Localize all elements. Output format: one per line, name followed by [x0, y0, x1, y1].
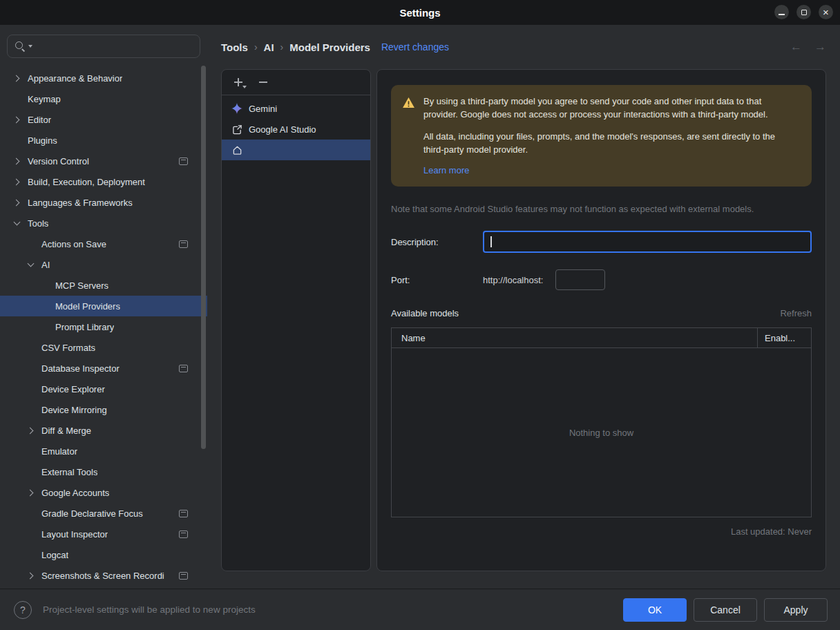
- sidebar-item-label: External Tools: [37, 467, 97, 477]
- close-icon: ×: [823, 7, 829, 17]
- breadcrumb-ai[interactable]: AI: [264, 41, 274, 53]
- sidebar-item-database-inspector[interactable]: Database Inspector: [0, 358, 207, 379]
- search-box[interactable]: [7, 35, 200, 58]
- ok-button[interactable]: OK: [623, 598, 687, 622]
- dialog-buttons: OK Cancel Apply: [623, 598, 828, 622]
- description-input[interactable]: [483, 231, 812, 253]
- sidebar-item-appearance-behavior[interactable]: Appearance & Behavior: [0, 68, 207, 88]
- sidebar-item-external-tools[interactable]: External Tools: [0, 461, 207, 482]
- sidebar-item-label: Keymap: [23, 94, 61, 104]
- text-caret: [490, 236, 492, 247]
- sidebar-item-tools[interactable]: Tools: [0, 213, 207, 233]
- empty-table-text: Nothing to show: [569, 428, 633, 438]
- provider-detail-panel: By using a third-party model you agree t…: [376, 69, 826, 571]
- sidebar-item-mcp-servers[interactable]: MCP Servers: [0, 275, 207, 296]
- sidebar-item-diff-merge[interactable]: Diff & Merge: [0, 420, 207, 441]
- sidebar-item-device-explorer[interactable]: Device Explorer: [0, 379, 207, 399]
- port-label: Port:: [391, 275, 483, 285]
- cancel-button[interactable]: Cancel: [694, 598, 757, 622]
- warning-paragraph-1: By using a third-party model you agree t…: [423, 95, 798, 122]
- sidebar-item-model-providers[interactable]: Model Providers: [0, 296, 207, 316]
- back-button[interactable]: ←: [790, 40, 802, 54]
- chevron-right-icon: [12, 75, 19, 82]
- sidebar-item-label: AI: [37, 260, 50, 270]
- chevron-down-icon: [13, 219, 20, 226]
- sidebar-item-layout-inspector[interactable]: Layout Inspector: [0, 524, 207, 544]
- help-button[interactable]: ?: [14, 601, 32, 619]
- available-models-row: Available models Refresh: [391, 308, 812, 318]
- sidebar-item-gradle-declarative-focus[interactable]: Gradle Declarative Focus: [0, 503, 207, 524]
- add-provider-button[interactable]: [233, 77, 244, 88]
- models-table-header: Name Enabl...: [392, 328, 811, 348]
- sidebar-item-logcat[interactable]: Logcat: [0, 544, 207, 565]
- settings-badge-icon: [179, 510, 188, 517]
- breadcrumb-separator: ›: [254, 41, 258, 52]
- sidebar-item-label: Version Control: [23, 156, 89, 166]
- search-input[interactable]: [32, 41, 200, 52]
- sidebar-item-prompt-library[interactable]: Prompt Library: [0, 316, 207, 337]
- external-models-note: Note that some Android Studio features m…: [391, 204, 812, 214]
- column-header-enabled[interactable]: Enabl...: [757, 328, 811, 347]
- breadcrumb: Tools › AI › Model Providers Revert chan…: [207, 25, 840, 69]
- minimize-button[interactable]: [774, 5, 789, 19]
- sidebar-item-plugins[interactable]: Plugins: [0, 130, 207, 151]
- settings-badge-icon: [179, 240, 188, 248]
- providers-panel: Gemini Google AI Studio: [221, 69, 371, 571]
- revert-changes-link[interactable]: Revert changes: [381, 41, 449, 52]
- refresh-link[interactable]: Refresh: [780, 308, 812, 318]
- sidebar-item-actions-on-save[interactable]: Actions on Save: [0, 233, 207, 254]
- sidebar-item-label: Appearance & Behavior: [23, 73, 122, 84]
- port-input[interactable]: [555, 269, 605, 290]
- chevron-right-icon: [12, 158, 19, 164]
- search-icon: [15, 41, 26, 52]
- learn-more-link[interactable]: Learn more: [423, 165, 469, 175]
- titlebar: Settings ×: [0, 0, 840, 25]
- localhost-prefix: http://localhost:: [483, 275, 543, 285]
- sidebar-item-label: Actions on Save: [37, 239, 106, 249]
- sidebar-item-screenshots-screen-recording[interactable]: Screenshots & Screen Recordi: [0, 565, 207, 586]
- providers-toolbar: [222, 70, 370, 95]
- chevron-right-icon: [12, 199, 19, 206]
- models-table: Name Enabl... Nothing to show: [391, 327, 812, 517]
- description-label: Description:: [391, 237, 483, 247]
- sidebar-item-keymap[interactable]: Keymap: [0, 88, 207, 109]
- sidebar-item-label: Screenshots & Screen Recordi: [37, 571, 164, 581]
- sidebar-item-languages-frameworks[interactable]: Languages & Frameworks: [0, 192, 207, 213]
- remove-provider-button[interactable]: [258, 77, 269, 88]
- sidebar-item-build-execution-deployment[interactable]: Build, Execution, Deployment: [0, 171, 207, 192]
- breadcrumb-model-providers[interactable]: Model Providers: [289, 41, 370, 53]
- sidebar-scrollbar[interactable]: [201, 66, 206, 449]
- column-header-name[interactable]: Name: [392, 333, 757, 343]
- forward-button[interactable]: →: [814, 40, 826, 54]
- maximize-button[interactable]: [796, 5, 811, 19]
- sidebar-item-label: Editor: [23, 115, 51, 125]
- close-button[interactable]: ×: [819, 5, 833, 19]
- apply-button[interactable]: Apply: [764, 598, 828, 622]
- breadcrumb-tools[interactable]: Tools: [221, 41, 248, 53]
- dialog-body: Appearance & Behavior Keymap Editor Plug…: [0, 25, 840, 589]
- sidebar-item-label: Logcat: [37, 550, 68, 560]
- sidebar-item-device-mirroring[interactable]: Device Mirroring: [0, 399, 207, 420]
- provider-item-new[interactable]: [222, 140, 370, 160]
- home-icon: [231, 144, 242, 155]
- sidebar-item-editor[interactable]: Editor: [0, 109, 207, 130]
- chevron-right-icon: [12, 178, 19, 185]
- sidebar-item-version-control[interactable]: Version Control: [0, 151, 207, 171]
- history-nav: ← →: [790, 40, 826, 54]
- sidebar-item-label: Plugins: [23, 135, 57, 146]
- sidebar-item-google-accounts[interactable]: Google Accounts: [0, 482, 207, 503]
- warning-icon: [402, 97, 415, 175]
- sidebar-item-label: Emulator: [37, 446, 77, 457]
- maximize-icon: [801, 10, 807, 15]
- sidebar-item-label: Gradle Declarative Focus: [37, 508, 143, 519]
- gemini-icon: [231, 103, 242, 114]
- window-controls: ×: [774, 5, 833, 19]
- warning-paragraph-2: All data, including your files, prompts,…: [423, 131, 798, 157]
- breadcrumb-separator: ›: [280, 41, 284, 52]
- sidebar-item-emulator[interactable]: Emulator: [0, 441, 207, 461]
- provider-item-google-ai-studio[interactable]: Google AI Studio: [222, 119, 370, 140]
- provider-item-gemini[interactable]: Gemini: [222, 98, 370, 119]
- sidebar-item-ai[interactable]: AI: [0, 254, 207, 275]
- sidebar-item-csv-formats[interactable]: CSV Formats: [0, 337, 207, 358]
- chevron-right-icon: [26, 427, 33, 434]
